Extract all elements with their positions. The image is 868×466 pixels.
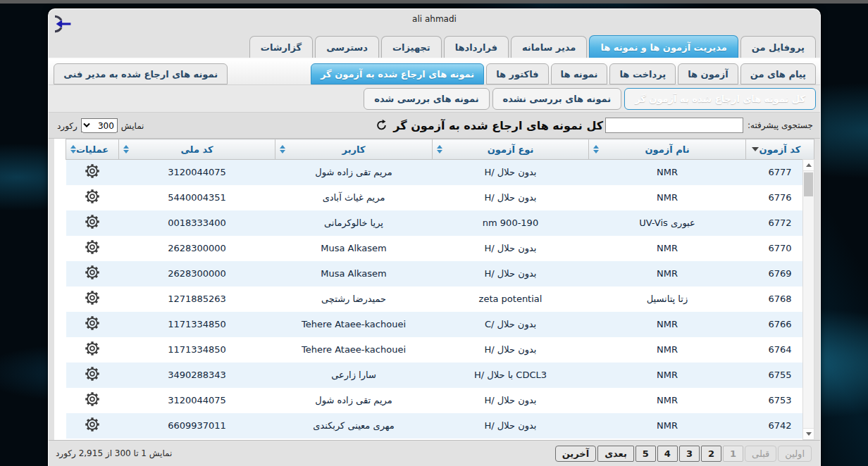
page-size-select[interactable]: 300: [81, 118, 118, 133]
cell-national-id: 5440004351: [119, 185, 275, 210]
refresh-button[interactable]: [376, 120, 388, 132]
cell-test-type: H/ بدون حلال: [433, 160, 589, 185]
gear-icon: [83, 390, 101, 408]
cell-test-name: NMR: [589, 388, 746, 413]
column-header-user[interactable]: کاربر: [275, 139, 433, 160]
scroll-up-button[interactable]: [803, 160, 814, 171]
cell-test-name: NMR: [589, 413, 746, 439]
settings-gear-button[interactable]: [83, 162, 101, 180]
refresh-icon: [376, 120, 388, 132]
advanced-search-label: جستجوی پیشرفته:: [748, 120, 813, 130]
gear-icon: [83, 213, 101, 231]
page-button-5[interactable]: 4: [657, 446, 678, 462]
filter-tab-bar: کل نمونه های ارجاع شده به آزمون گر نمونه…: [49, 85, 820, 113]
page-button-4[interactable]: 3: [679, 446, 700, 462]
cell-user: مریم تقی زاده شول: [275, 388, 433, 413]
tab-reviewed-samples[interactable]: نمونه های بررسی شده: [364, 88, 489, 110]
settings-gear-button[interactable]: [83, 314, 101, 332]
settings-gear-button[interactable]: [83, 339, 101, 358]
cell-user: پریا خالوکرمانی: [275, 210, 433, 236]
cell-test-name: NMR: [589, 160, 746, 185]
sort-arrows-icon: [123, 145, 129, 153]
page-size-group: نمایش 300 رکورد: [57, 118, 144, 133]
settings-gear-button[interactable]: [83, 187, 101, 206]
cell-test-type: H/ بدون حلال: [433, 388, 589, 413]
gear-icon: [83, 314, 101, 332]
tab-all-referred-samples[interactable]: کل نمونه های ارجاع شده به آزمون گر: [624, 88, 816, 110]
cell-operations: [66, 337, 119, 363]
tab-tests-and-samples-management[interactable]: مدیریت آزمون ها و نمونه ها: [589, 35, 738, 58]
settings-gear-button[interactable]: [83, 415, 101, 434]
table-row: 6766 NMR C/ بدون حلال Tehere Ataee-kacho…: [66, 312, 814, 337]
cell-test-name: NMR: [589, 337, 746, 363]
cell-test-type: H/ با حلال CDCL3: [433, 363, 589, 388]
settings-gear-button[interactable]: [83, 289, 101, 307]
column-header-national-id[interactable]: کد ملی: [119, 139, 275, 160]
main-tab-bar: پروفایل من مدیریت آزمون ها و نمونه ها مد…: [49, 33, 820, 59]
settings-gear-button[interactable]: [83, 365, 101, 383]
table-toolbar: جستجوی پیشرفته: کل نمونه های ارجاع شده ب…: [49, 113, 820, 139]
settings-gear-button[interactable]: [83, 390, 101, 408]
table-header-row: کد آزمون نام آزمون نوع آزمون کاربر: [66, 139, 814, 160]
vertical-scrollbar[interactable]: [802, 159, 814, 440]
records-summary: نمایش 1 تا 300 از 2,915 رکورد: [56, 448, 172, 458]
page-button-6[interactable]: 5: [636, 446, 656, 462]
table-row: 6755 NMR H/ با حلال CDCL3 سارا زارعی 349…: [66, 363, 814, 388]
scrollbar-thumb[interactable]: [804, 172, 813, 196]
cell-user: مریم غیاث آبادی: [275, 185, 433, 210]
settings-gear-button[interactable]: [83, 213, 101, 231]
cell-operations: [66, 261, 119, 286]
cell-test-type: H/ بدون حلال: [433, 261, 589, 286]
column-header-test-name[interactable]: نام آزمون: [589, 139, 746, 160]
column-header-test-type[interactable]: نوع آزمون: [433, 139, 589, 160]
page-button-3[interactable]: 2: [701, 446, 721, 462]
tab-samples-referred-to-technical-manager[interactable]: نمونه های ارجاع شده به مدیر فنی: [54, 63, 228, 84]
cell-operations: [66, 363, 119, 388]
advanced-search-input[interactable]: [605, 118, 743, 133]
tab-samples[interactable]: نمونه ها: [551, 63, 608, 84]
gear-icon: [83, 365, 101, 383]
tab-invoices[interactable]: فاکتور ها: [486, 63, 548, 84]
table-row: 6753 NMR H/ بدون حلال مریم تقی زاده شول …: [66, 388, 814, 413]
page-button-7[interactable]: بعدی: [597, 446, 634, 462]
cell-national-id: 3120044075: [119, 388, 275, 413]
tab-contracts[interactable]: فراردادها: [444, 36, 509, 58]
cell-test-type: H/ بدون حلال: [433, 337, 589, 363]
cell-operations: [66, 413, 119, 439]
cell-operations: [66, 312, 119, 337]
gear-icon: [83, 187, 101, 206]
page-title: کل نمونه های ارجاع شده به آزمون گر: [393, 119, 603, 132]
table-title-group: کل نمونه های ارجاع شده به آزمون گر: [376, 119, 603, 132]
table-row: 6770 NMR H/ بدون حلال Musa Alkasem 26283…: [66, 236, 814, 261]
tab-my-profile[interactable]: پروفایل من: [740, 36, 816, 58]
sort-arrows-icon: [280, 145, 285, 153]
tab-tests[interactable]: آزمون ها: [678, 63, 738, 84]
table-row: 6776 NMR H/ بدون حلال مریم غیاث آبادی 54…: [66, 185, 814, 210]
tab-my-messages[interactable]: پیام های من: [740, 63, 816, 84]
cell-test-type: H/ بدون حلال: [433, 185, 589, 210]
sort-arrows-icon: [593, 145, 599, 153]
window-top-bar: [0, 0, 868, 4]
settings-gear-button[interactable]: [83, 263, 101, 282]
tab-access[interactable]: دسترسی: [315, 36, 379, 58]
cell-national-id: 6609937011: [119, 413, 275, 439]
page-button-8[interactable]: آخرین: [555, 446, 597, 462]
tab-samples-referred-to-examiner[interactable]: نمونه های ارجاع شده به آزمون گر: [311, 63, 484, 84]
scroll-down-button[interactable]: [803, 428, 814, 439]
column-header-test-code[interactable]: کد آزمون: [746, 139, 814, 160]
tab-reports[interactable]: گزارشات: [249, 36, 313, 58]
column-header-operations[interactable]: عملیات: [66, 139, 119, 160]
table-row: 6764 NMR H/ بدون حلال Tehere Ataee-kacho…: [66, 337, 814, 363]
tab-unreviewed-samples[interactable]: نمونه های بررسی نشده: [492, 88, 622, 110]
cell-test-type: H/ بدون حلال: [433, 236, 589, 261]
tab-system-admin[interactable]: مدیر سامانه: [511, 36, 587, 58]
logout-button[interactable]: [55, 13, 78, 38]
table-row: 6768 زتا پتانسیل zeta potential حمیدرضا …: [66, 286, 814, 312]
cell-test-type: C/ بدون حلال: [433, 312, 589, 337]
gear-icon: [83, 238, 101, 256]
tab-equipment[interactable]: تجهیزات: [381, 36, 442, 58]
down-arrow-icon: [806, 432, 812, 436]
tab-payments[interactable]: پرداخت ها: [609, 63, 676, 84]
settings-gear-button[interactable]: [83, 238, 101, 256]
cell-test-type: H/ بدون حلال: [433, 413, 589, 439]
